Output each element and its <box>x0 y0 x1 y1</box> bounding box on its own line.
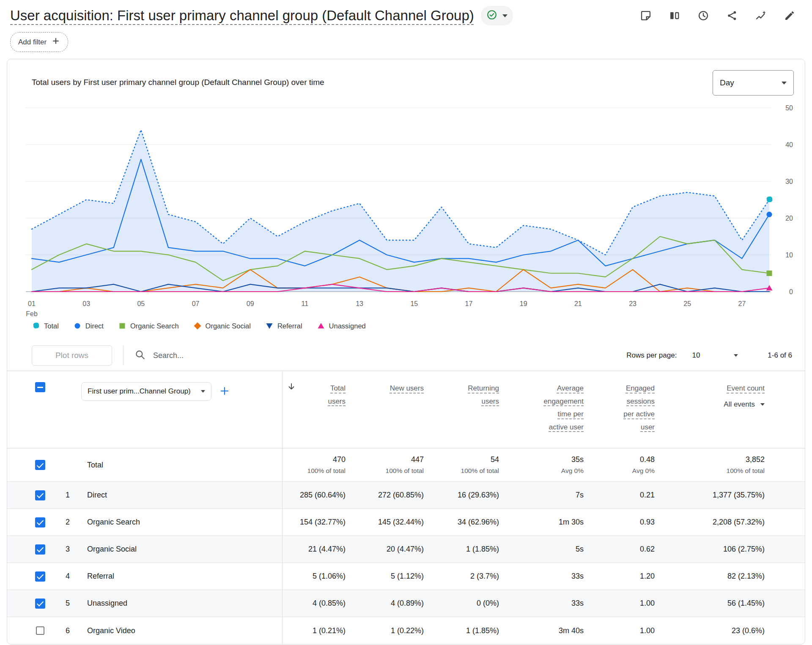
channel-name: Organic Search <box>81 509 282 536</box>
table-cell-value: 56 (1.45%) <box>659 590 805 617</box>
total-cell: 3,852100% of total <box>659 448 805 482</box>
page-title: User acquisition: First user primary cha… <box>10 8 474 24</box>
report-card: Total users by First user primary channe… <box>7 59 805 645</box>
table-cell-value: 1 (1.85%) <box>428 617 503 644</box>
legend-item-direct[interactable]: Direct <box>73 322 104 330</box>
table-cell-value: 82 (2.13%) <box>659 563 805 590</box>
total-row-label: Total <box>81 448 282 482</box>
row-number: 6 <box>58 617 81 644</box>
search-input[interactable] <box>152 351 330 361</box>
table-cell-value: 7s <box>503 482 588 509</box>
clock-icon[interactable] <box>697 9 710 22</box>
table-cell-value: 33s <box>503 590 588 617</box>
legend-item-total[interactable]: Total <box>32 322 59 330</box>
select-all-checkbox[interactable] <box>35 382 45 392</box>
y-axis-label: 20 <box>785 215 793 222</box>
table-cell-value: 21 (4.47%) <box>282 536 350 563</box>
channel-table: First user prim...Channel Group) Total u… <box>7 371 805 644</box>
report-status-badge[interactable] <box>481 6 513 25</box>
column-header-engaged-sessions-per-active-user[interactable]: Engaged sessions per active user <box>588 371 659 448</box>
share-icon[interactable] <box>726 9 738 22</box>
legend-item-referral[interactable]: Referral <box>265 322 302 330</box>
x-axis-label: 01 <box>28 300 36 307</box>
x-axis-label: 13 <box>356 300 363 307</box>
table-cell-value: 5s <box>503 536 588 563</box>
table-header-row: First user prim...Channel Group) Total u… <box>7 371 805 448</box>
table-row-organic-search: 2Organic Search154 (32.77%)145 (32.44%)3… <box>7 509 805 536</box>
comparison-icon[interactable] <box>668 9 681 22</box>
row-select-checkbox[interactable] <box>35 517 45 527</box>
row-select-checkbox[interactable] <box>36 626 44 635</box>
chart-title: Total users by First user primary channe… <box>32 70 324 87</box>
dimension-selector[interactable]: First user prim...Channel Group) <box>81 382 211 401</box>
triangle-up-marker <box>318 323 324 328</box>
search-icon <box>134 349 145 362</box>
column-header-label: Total users <box>319 382 346 408</box>
column-header-new-users[interactable]: New users <box>350 371 428 448</box>
report-header: User acquisition: First user primary cha… <box>0 0 812 52</box>
legend-item-organic-social[interactable]: Organic Social <box>193 322 251 330</box>
granularity-select[interactable]: Day <box>713 70 794 96</box>
table-search <box>134 349 330 362</box>
table-cell-value: 2 (3.7%) <box>428 563 503 590</box>
plot-rows-button[interactable]: Plot rows <box>32 345 112 366</box>
chart-legend: TotalDirectOrganic SearchOrganic SocialR… <box>32 322 805 330</box>
total-cell: 470100% of total <box>282 448 350 482</box>
table-cell-value: 1m 30s <box>503 509 588 536</box>
pagination-label: 1-6 of 6 <box>768 351 792 360</box>
table-cell-value: 34 (62.96%) <box>428 509 503 536</box>
total-value-subtext: 100% of total <box>659 467 765 475</box>
table-cell-value: 5 (1.12%) <box>350 563 428 590</box>
check-circle-icon <box>486 9 497 22</box>
x-axis-label: 09 <box>247 300 254 307</box>
legend-item-unassigned[interactable]: Unassigned <box>317 322 366 330</box>
diamond-marker <box>194 322 201 330</box>
column-header-event-count[interactable]: Event countAll events <box>659 371 805 448</box>
table-cell-value: 1.00 <box>588 590 659 617</box>
x-axis-label: 27 <box>738 300 746 307</box>
total-value-subtext: 100% of total <box>428 467 499 475</box>
total-value: 3,852 <box>659 455 765 464</box>
legend-label: Total <box>44 322 59 330</box>
select-total-checkbox[interactable] <box>35 460 45 470</box>
note-icon[interactable] <box>639 9 652 22</box>
row-select-checkbox[interactable] <box>35 571 45 582</box>
column-header-label: Average engagement time per active user <box>538 382 584 434</box>
edit-icon[interactable] <box>783 9 796 22</box>
channel-name: Organic Social <box>81 536 282 563</box>
x-axis-label: 07 <box>192 300 200 307</box>
column-header-returning-users[interactable]: Returning users <box>428 371 503 448</box>
diamond-icon <box>193 322 202 330</box>
add-dimension-button[interactable] <box>219 385 230 398</box>
table-cell-value: 20 (4.47%) <box>350 536 428 563</box>
total-value-subtext: 100% of total <box>350 467 424 475</box>
square-marker <box>119 323 125 329</box>
column-header-label: Engaged sessions per active user <box>616 382 655 434</box>
table-row-unassigned: 5Unassigned4 (0.85%)4 (0.89%)0 (0%)33s1.… <box>7 590 805 617</box>
y-axis-label: 0 <box>789 288 793 295</box>
rows-per-page-select[interactable]: 10 <box>692 351 738 360</box>
row-number: 3 <box>58 536 81 563</box>
row-select-checkbox[interactable] <box>35 599 45 609</box>
x-axis-label: 21 <box>574 300 582 307</box>
row-select-checkbox[interactable] <box>35 544 45 555</box>
row-select-checkbox[interactable] <box>35 490 45 500</box>
table-cell-value: 272 (60.85%) <box>350 482 428 509</box>
square-icon <box>118 322 126 330</box>
insights-icon[interactable] <box>754 9 767 22</box>
add-filter-button[interactable]: Add filter <box>10 32 68 52</box>
table-cell-value: 0 (0%) <box>428 590 503 617</box>
triangle-up-icon <box>317 322 325 330</box>
event-filter-select[interactable]: All events <box>659 400 765 409</box>
total-value: 447 <box>350 455 424 464</box>
total-value-subtext: 100% of total <box>283 467 346 475</box>
circle-marker <box>74 323 80 329</box>
table-cell-value: 1 (1.85%) <box>428 536 503 563</box>
total-cell: 35sAvg 0% <box>503 448 588 482</box>
legend-item-organic-search[interactable]: Organic Search <box>118 322 179 330</box>
x-axis-label: 11 <box>302 300 309 307</box>
column-header-average-engagement-time-per-active-user[interactable]: Average engagement time per active user <box>503 371 588 448</box>
column-header-total-users[interactable]: Total users <box>282 371 350 448</box>
table-cell-value: 3m 40s <box>503 617 588 644</box>
circle-icon <box>73 322 82 330</box>
